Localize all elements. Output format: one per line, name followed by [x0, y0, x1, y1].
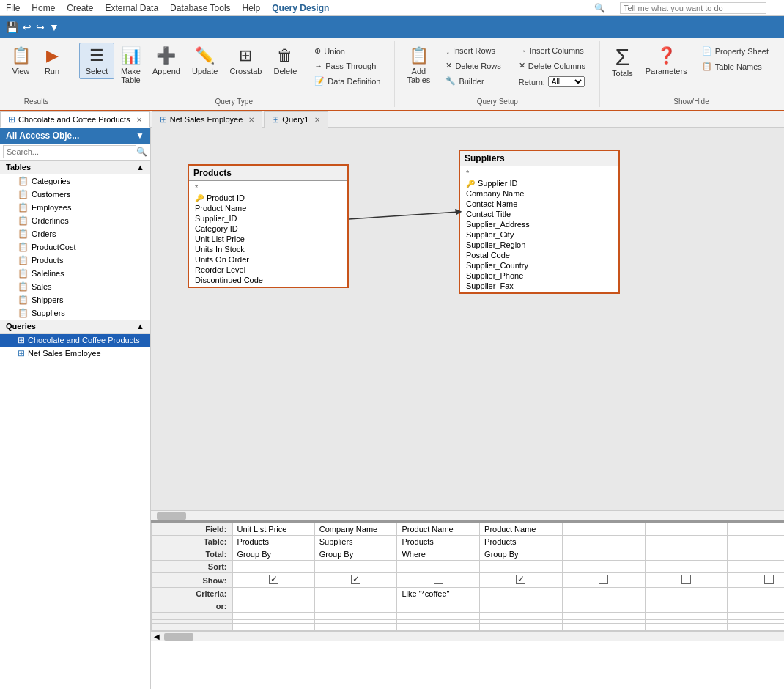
- grid-show-1[interactable]: [232, 573, 315, 588]
- menu-create[interactable]: Create: [67, 3, 93, 13]
- save-icon[interactable]: 💾: [6, 21, 18, 33]
- suppliers-region-field[interactable]: Supplier_Region: [460, 240, 618, 250]
- grid-show-7[interactable]: [728, 573, 784, 588]
- grid-field-2[interactable]: Company Name: [314, 523, 397, 536]
- union-button[interactable]: ⊕ Union: [309, 44, 385, 58]
- grid-horiz-scrollbar[interactable]: ◀: [151, 631, 784, 641]
- grid-or-2[interactable]: [314, 600, 397, 613]
- products-product-id-field[interactable]: 🔑 Product ID: [189, 193, 347, 203]
- left-arrow-icon[interactable]: ◀: [154, 633, 160, 641]
- suppliers-city-field[interactable]: Supplier_City: [460, 229, 618, 240]
- grid-sort-6[interactable]: [645, 561, 728, 573]
- show-checkbox-2[interactable]: [351, 575, 360, 584]
- grid-total-7[interactable]: [728, 548, 784, 561]
- totals-button[interactable]: Σ Totals: [606, 43, 639, 81]
- suppliers-table-box[interactable]: Suppliers * 🔑 Supplier ID Company Name C…: [459, 150, 620, 294]
- nav-item-productcost[interactable]: 📋 ProductCost: [0, 240, 150, 254]
- suppliers-company-name-field[interactable]: Company Name: [460, 188, 618, 199]
- panel-menu-icon[interactable]: ▼: [136, 130, 144, 141]
- show-checkbox-6[interactable]: [681, 575, 691, 584]
- grid-or-3[interactable]: [397, 600, 480, 613]
- grid-total-6[interactable]: [645, 548, 728, 561]
- show-checkbox-1[interactable]: [269, 575, 278, 584]
- grid-table-5[interactable]: [562, 536, 645, 548]
- suppliers-fax-field[interactable]: Supplier_Fax: [460, 281, 618, 291]
- insert-rows-button[interactable]: ↓ Insert Rows: [440, 44, 506, 57]
- products-reorder-level-field[interactable]: Reorder Level: [189, 265, 347, 275]
- data-definition-button[interactable]: 📝 Data Definition: [309, 74, 385, 88]
- grid-criteria-2[interactable]: [314, 588, 397, 600]
- suppliers-contact-name-field[interactable]: Contact Name: [460, 199, 618, 209]
- undo-icon[interactable]: ↩: [23, 21, 32, 33]
- menu-external-data[interactable]: External Data: [105, 3, 158, 13]
- nav-item-categories[interactable]: 📋 Categories: [0, 174, 150, 188]
- make-table-button[interactable]: 📊 MakeTable: [116, 43, 146, 88]
- products-category-id-field[interactable]: Category ID: [189, 224, 347, 234]
- suppliers-phone-field[interactable]: Supplier_Phone: [460, 270, 618, 281]
- grid-total-5[interactable]: [562, 548, 645, 561]
- menu-file[interactable]: File: [6, 3, 20, 13]
- return-button[interactable]: Return: All525: [514, 74, 591, 89]
- show-checkbox-5[interactable]: [599, 575, 608, 584]
- grid-sort-2[interactable]: [314, 561, 397, 573]
- nav-item-shippers[interactable]: 📋 Shippers: [0, 293, 150, 306]
- nav-item-sales[interactable]: 📋 Sales: [0, 280, 150, 293]
- nav-item-orders[interactable]: 📋 Orders: [0, 227, 150, 240]
- table-names-button[interactable]: 📋 Table Names: [697, 59, 774, 73]
- scroll-thumb[interactable]: [157, 512, 186, 520]
- grid-criteria-4[interactable]: [480, 588, 563, 600]
- grid-field-7[interactable]: [728, 523, 784, 536]
- insert-columns-button[interactable]: → Insert Columns: [514, 44, 591, 57]
- grid-show-5[interactable]: [562, 573, 645, 588]
- suppliers-supplier-id-field[interactable]: 🔑 Supplier ID: [460, 178, 618, 188]
- grid-criteria-3[interactable]: Like "*coffee": [397, 588, 480, 600]
- tables-section-header[interactable]: Tables ▲: [0, 161, 150, 174]
- nav-item-products[interactable]: 📋 Products: [0, 254, 150, 267]
- tell-me-input[interactable]: [620, 2, 766, 14]
- select-button[interactable]: ☰ Select: [79, 43, 114, 79]
- tab-chocolate-coffee[interactable]: ⊞ Chocolate and Coffee Products ✕: [0, 111, 150, 128]
- grid-field-3[interactable]: Product Name: [397, 523, 480, 536]
- nav-item-suppliers[interactable]: 📋 Suppliers: [0, 306, 150, 320]
- delete-columns-button[interactable]: ✕ Delete Columns: [514, 59, 591, 73]
- nav-item-salelines[interactable]: 📋 Salelines: [0, 267, 150, 280]
- grid-field-5[interactable]: [562, 523, 645, 536]
- redo-icon[interactable]: ↪: [36, 21, 45, 33]
- grid-total-4[interactable]: Group By: [480, 548, 563, 561]
- suppliers-contact-title-field[interactable]: Contact Title: [460, 209, 618, 219]
- show-checkbox-3[interactable]: [434, 575, 443, 584]
- pass-through-button[interactable]: → Pass-Through: [309, 59, 385, 73]
- grid-table-7[interactable]: [728, 536, 784, 548]
- suppliers-address-field[interactable]: Supplier_Address: [460, 219, 618, 229]
- grid-table-1[interactable]: Products: [232, 536, 315, 548]
- crosstab-button[interactable]: ⊞ Crosstab: [224, 43, 267, 79]
- tab-query1[interactable]: ⊞ Query1 ✕: [264, 111, 328, 128]
- delete-button[interactable]: 🗑 Delete: [268, 43, 302, 79]
- nav-item-orderlines[interactable]: 📋 Orderlines: [0, 214, 150, 227]
- grid-sort-4[interactable]: [480, 561, 563, 573]
- grid-criteria-6[interactable]: [645, 588, 728, 600]
- search-input[interactable]: [3, 145, 136, 158]
- grid-field-6[interactable]: [645, 523, 728, 536]
- builder-button[interactable]: 🔧 Builder: [440, 74, 506, 88]
- grid-field-4[interactable]: Product Name: [480, 523, 563, 536]
- grid-table-4[interactable]: Products: [480, 536, 563, 548]
- suppliers-postal-code-field[interactable]: Postal Code: [460, 250, 618, 260]
- tab-chocolate-close[interactable]: ✕: [136, 116, 142, 124]
- grid-or-6[interactable]: [645, 600, 728, 613]
- update-button[interactable]: ✏️ Update: [187, 43, 223, 79]
- products-units-in-stock-field[interactable]: Units In Stock: [189, 244, 347, 254]
- customize-icon[interactable]: ▼: [49, 21, 59, 33]
- menu-database-tools[interactable]: Database Tools: [170, 3, 231, 13]
- nav-item-employees[interactable]: 📋 Employees: [0, 201, 150, 214]
- view-button[interactable]: 📋 View: [6, 43, 36, 79]
- tab-query1-close[interactable]: ✕: [314, 116, 320, 124]
- grid-or-1[interactable]: [232, 600, 315, 613]
- grid-total-1[interactable]: Group By: [232, 548, 315, 561]
- grid-criteria-1[interactable]: [232, 588, 315, 600]
- nav-item-chocolate-query[interactable]: ⊞ Chocolate and Coffee Products: [0, 334, 150, 347]
- horiz-scrollbar[interactable]: [151, 510, 784, 520]
- tab-net-sales[interactable]: ⊞ Net Sales Employee ✕: [152, 111, 263, 128]
- property-sheet-button[interactable]: 📄 Property Sheet: [697, 44, 774, 58]
- grid-or-7[interactable]: [728, 600, 784, 613]
